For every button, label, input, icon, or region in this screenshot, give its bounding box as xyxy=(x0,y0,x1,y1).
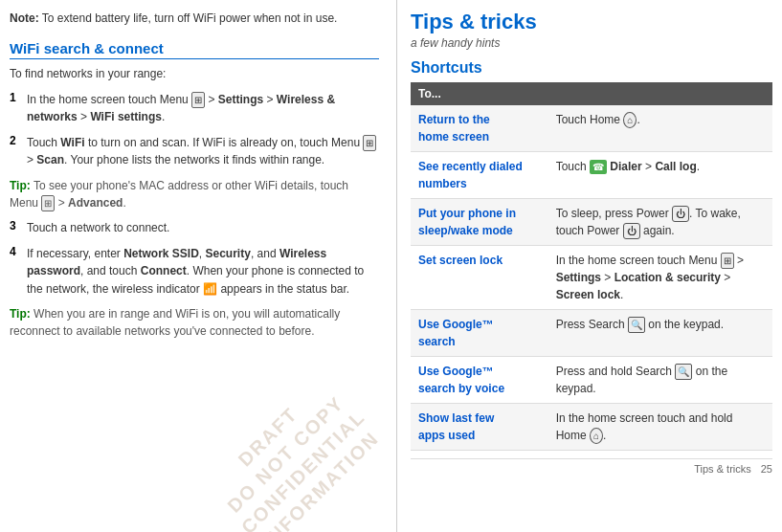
row-1-desc: Touch Home ⌂. xyxy=(548,105,772,152)
tips-subtitle: a few handy hints xyxy=(411,36,772,50)
table-row: Use Google™search by voice Press and hol… xyxy=(411,357,772,404)
tip-1: Tip: To see your phone's MAC address or … xyxy=(10,177,379,211)
row-6-action: Use Google™search by voice xyxy=(411,357,548,404)
row-5-action: Use Google™search xyxy=(411,310,548,357)
home-icon-1: ⌂ xyxy=(623,112,637,128)
watermark: DRAFTDO NOT COPYCONFIDENTIALINFORMATION xyxy=(201,369,389,532)
footer-page: 25 xyxy=(761,463,772,475)
right-column: Tips & tricks a few handy hints Shortcut… xyxy=(397,0,782,532)
wifi-intro: To find networks in your range: xyxy=(10,65,379,83)
step-2-num: 2 xyxy=(10,134,21,169)
row-5-desc: Press Search 🔍 on the keypad. xyxy=(548,310,772,357)
page-footer: Tips & tricks 25 xyxy=(411,458,772,475)
menu-icon-3: ⊞ xyxy=(41,195,55,211)
table-row: Show last fewapps used In the home scree… xyxy=(411,404,772,451)
step-3: 3 Touch a network to connect. xyxy=(10,219,379,237)
left-column: Note: To extend battery life, turn off W… xyxy=(0,0,397,532)
note-paragraph: Note: To extend battery life, turn off W… xyxy=(10,10,379,27)
tip-1-label: Tip: xyxy=(10,179,31,192)
step-4: 4 If necessary, enter Network SSID, Secu… xyxy=(10,245,379,299)
row-6-desc: Press and hold Search 🔍 on the keypad. xyxy=(548,357,772,404)
table-row: Return to thehome screen Touch Home ⌂. xyxy=(411,105,772,152)
table-row: Set screen lock In the home screen touch… xyxy=(411,246,772,310)
search-icon-1: 🔍 xyxy=(628,317,645,333)
menu-icon-2: ⊞ xyxy=(363,135,376,152)
step-4-num: 4 xyxy=(10,245,21,299)
note-label: Note: xyxy=(10,11,39,25)
tips-title: Tips & tricks xyxy=(411,10,772,34)
dialer-icon: ☎ xyxy=(590,160,607,174)
table-header: To... xyxy=(411,82,772,105)
step-4-body: If necessary, enter Network SSID, Securi… xyxy=(27,245,379,299)
menu-icon-1: ⊞ xyxy=(191,92,205,109)
row-7-action: Show last fewapps used xyxy=(411,404,548,451)
home-icon-2: ⌂ xyxy=(590,428,603,444)
step-2-body: Touch WiFi to turn on and scan. If WiFi … xyxy=(27,134,379,169)
power-icon-2: ⏻ xyxy=(623,223,640,239)
row-7-desc: In the home screen touch and hold Home ⌂… xyxy=(548,404,772,451)
wifi-section-heading: WiFi search & connect xyxy=(10,40,379,59)
row-4-action: Set screen lock xyxy=(411,246,548,310)
tip-2-label: Tip: xyxy=(10,307,31,321)
step-2: 2 Touch WiFi to turn on and scan. If WiF… xyxy=(10,134,379,169)
table-row: Put your phone insleep/wake mode To slee… xyxy=(411,199,772,246)
row-3-action: Put your phone insleep/wake mode xyxy=(411,199,548,246)
row-2-desc: Touch ☎ Dialer > Call log. xyxy=(548,152,772,199)
table-row: Use Google™search Press Search 🔍 on the … xyxy=(411,310,772,357)
note-text: To extend battery life, turn off WiFi po… xyxy=(39,11,338,25)
tip-2: Tip: When you are in range and WiFi is o… xyxy=(10,305,379,340)
step-3-body: Touch a network to connect. xyxy=(27,219,169,237)
row-4-desc: In the home screen touch Menu ⊞ > Settin… xyxy=(548,246,772,310)
table-row: See recently dialednumbers Touch ☎ Diale… xyxy=(411,152,772,199)
power-icon-1: ⏻ xyxy=(672,206,689,222)
shortcuts-table: To... Return to thehome screen Touch Hom… xyxy=(411,82,772,451)
search-icon-2: 🔍 xyxy=(675,364,692,380)
step-1-body: In the home screen touch Menu ⊞ > Settin… xyxy=(27,91,379,126)
row-1-action: Return to thehome screen xyxy=(411,105,548,152)
row-2-action: See recently dialednumbers xyxy=(411,152,548,199)
menu-icon-4: ⊞ xyxy=(721,253,734,269)
step-1-num: 1 xyxy=(10,91,21,126)
footer-label: Tips & tricks xyxy=(694,463,751,475)
row-3-desc: To sleep, press Power ⏻. To wake, touch … xyxy=(548,199,772,246)
step-1: 1 In the home screen touch Menu ⊞ > Sett… xyxy=(10,91,379,126)
step-3-num: 3 xyxy=(10,219,21,237)
shortcuts-heading: Shortcuts xyxy=(411,59,772,77)
